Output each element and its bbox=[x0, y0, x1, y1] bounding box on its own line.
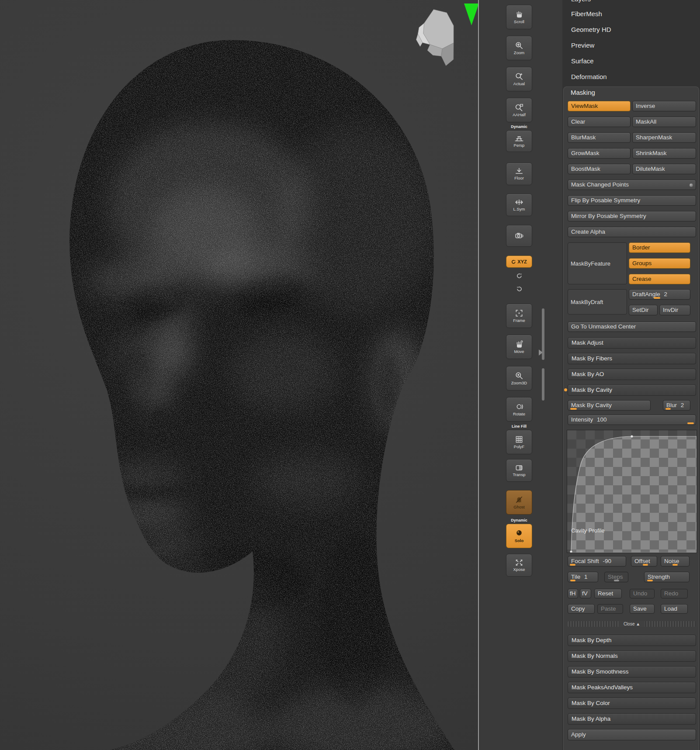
go-to-unmasked-center-button[interactable]: Go To Unmasked Center bbox=[568, 321, 696, 332]
blur-value: 2 bbox=[681, 402, 684, 408]
mask-by-depth-section[interactable]: Mask By Depth bbox=[568, 635, 696, 646]
rotate-xyz-button[interactable]: XYZ bbox=[506, 256, 532, 268]
setdir-button[interactable]: SetDir bbox=[629, 305, 658, 315]
zoom-button[interactable]: Zoom bbox=[506, 36, 532, 60]
tile-slider[interactable]: Tile 1 bbox=[568, 572, 598, 582]
cavity-profile-curve-editor[interactable]: Cavity Profile bbox=[567, 430, 697, 553]
viewmask-button[interactable]: ViewMask bbox=[568, 101, 631, 111]
ghost-label: Ghost bbox=[513, 505, 524, 509]
shrinkmask-button[interactable]: ShrinkMask bbox=[632, 148, 696, 159]
section-preview[interactable]: Preview bbox=[571, 40, 594, 51]
persp-button[interactable]: Persp bbox=[506, 130, 532, 152]
scroll-button[interactable]: Scroll bbox=[506, 5, 532, 29]
frame-corners-icon bbox=[515, 309, 523, 318]
offset-slider[interactable]: Offset bbox=[631, 556, 657, 567]
maskall-button[interactable]: MaskAll bbox=[632, 117, 696, 127]
save-curve-button[interactable]: Save bbox=[630, 604, 655, 614]
boostmask-button[interactable]: BoostMask bbox=[568, 164, 631, 174]
mask-by-color-section[interactable]: Mask By Color bbox=[568, 698, 696, 709]
invdir-button[interactable]: InvDir bbox=[659, 305, 690, 315]
mirror-posable-symmetry-button[interactable]: Mirror By Posable Symmetry bbox=[568, 211, 696, 221]
aahalf-button[interactable]: AAHalf bbox=[506, 98, 532, 122]
solo-button[interactable]: Solo bbox=[506, 524, 532, 548]
transp-button[interactable]: Transp bbox=[506, 459, 532, 482]
mask-changed-points-button[interactable]: Mask Changed Points bbox=[568, 180, 696, 190]
sharpenmask-button[interactable]: SharpenMask bbox=[632, 132, 696, 143]
slider-handle[interactable] bbox=[665, 408, 671, 410]
load-curve-button[interactable]: Load bbox=[661, 604, 688, 614]
flip-posable-symmetry-button[interactable]: Flip By Posable Symmetry bbox=[568, 195, 696, 206]
slider-handle[interactable] bbox=[672, 564, 678, 566]
mask-by-alpha-section[interactable]: Mask By Alpha bbox=[568, 713, 696, 725]
aahalf-label: AAHalf bbox=[513, 113, 526, 117]
reset-curve-button[interactable]: Reset bbox=[594, 589, 622, 598]
inverse-button[interactable]: Inverse bbox=[632, 101, 696, 111]
rotate-button[interactable]: Rotate bbox=[506, 397, 532, 422]
viewport-canvas[interactable] bbox=[0, 0, 478, 750]
feature-border-button[interactable]: Border bbox=[629, 242, 690, 253]
focal-shift-slider[interactable]: Focal Shift -90 bbox=[568, 556, 626, 567]
mask-by-fibers-section[interactable]: Mask By Fibers bbox=[568, 353, 696, 364]
lsym-button[interactable]: L.Sym bbox=[506, 194, 532, 216]
create-alpha-button[interactable]: Create Alpha bbox=[568, 227, 696, 237]
ghost-button[interactable]: Ghost bbox=[506, 490, 532, 515]
rotate-z-button[interactable] bbox=[506, 284, 532, 294]
mask-by-ao-section[interactable]: Mask By AO bbox=[568, 369, 696, 380]
mask-by-normals-section[interactable]: Mask By Normals bbox=[568, 650, 696, 662]
polyf-button[interactable]: PolyF bbox=[506, 430, 532, 454]
zoom3d-button[interactable]: Zoom3D bbox=[506, 366, 532, 391]
section-geometry-hd[interactable]: Geometry HD bbox=[571, 24, 611, 35]
section-deformation[interactable]: Deformation bbox=[571, 72, 607, 82]
rotate-z-icon bbox=[516, 286, 523, 292]
tile-value: 1 bbox=[584, 574, 588, 580]
curve-point[interactable] bbox=[631, 435, 633, 437]
section-fibermesh[interactable]: FiberMesh bbox=[571, 9, 602, 19]
slider-handle[interactable] bbox=[687, 422, 694, 424]
xpose-button[interactable]: Xpose bbox=[506, 554, 532, 577]
feature-groups-button[interactable]: Groups bbox=[629, 258, 690, 269]
section-surface[interactable]: Surface bbox=[571, 56, 594, 66]
sculpt-head-model[interactable] bbox=[0, 0, 478, 750]
rotate-y-button[interactable] bbox=[506, 271, 532, 281]
frame-button[interactable]: Frame bbox=[506, 304, 532, 328]
draft-angle-slider[interactable]: DraftAngle 2 bbox=[629, 289, 690, 300]
copy-curve-button[interactable]: Copy bbox=[568, 604, 595, 614]
intensity-slider[interactable]: Intensity 100 bbox=[568, 415, 696, 425]
slider-handle[interactable] bbox=[570, 564, 575, 566]
blur-slider[interactable]: Blur 2 bbox=[663, 400, 690, 411]
feature-crease-button[interactable]: Crease bbox=[629, 274, 690, 284]
masking-title[interactable]: Masking bbox=[571, 89, 595, 96]
mask-by-smoothness-section[interactable]: Mask By Smoothness bbox=[568, 666, 696, 677]
shelf-scrollbar-lower[interactable] bbox=[542, 368, 544, 401]
shelf-expand-arrow[interactable] bbox=[539, 349, 543, 356]
strength-slider[interactable]: Strength bbox=[644, 572, 690, 582]
slider-handle[interactable] bbox=[570, 580, 575, 581]
camera-lock-button[interactable] bbox=[506, 225, 532, 247]
slider-handle[interactable] bbox=[654, 297, 660, 299]
apply-button[interactable]: Apply bbox=[568, 729, 696, 740]
close-curve-bar[interactable]: Close ▲ bbox=[568, 621, 696, 627]
mask-by-cavity-section[interactable]: Mask By Cavity bbox=[568, 384, 696, 396]
section-layers[interactable]: Layers bbox=[571, 0, 591, 4]
dilutemask-button[interactable]: DiluteMask bbox=[632, 164, 696, 174]
clear-button[interactable]: Clear bbox=[568, 117, 631, 127]
rotate-label: Rotate bbox=[513, 412, 525, 416]
move-button[interactable]: Move bbox=[506, 335, 532, 359]
noise-slider[interactable]: Noise bbox=[661, 556, 690, 567]
slider-handle[interactable] bbox=[643, 564, 648, 566]
mask-by-cavity-button-label: Mask By Cavity bbox=[571, 402, 612, 408]
mask-peaksandvalleys-section[interactable]: Mask PeaksAndValleys bbox=[568, 682, 696, 693]
mask-by-cavity-button[interactable]: Mask By Cavity bbox=[568, 400, 651, 411]
perspective-lines-icon bbox=[514, 135, 524, 142]
mask-adjust-section[interactable]: Mask Adjust bbox=[568, 337, 696, 349]
flip-v-button[interactable]: fV bbox=[580, 589, 591, 598]
blurmask-button[interactable]: BlurMask bbox=[568, 132, 631, 143]
actual-button[interactable]: Actual bbox=[506, 67, 532, 91]
camera-orientation-gizmo[interactable] bbox=[410, 3, 462, 72]
floor-button[interactable]: Floor bbox=[506, 162, 532, 185]
slider-handle[interactable] bbox=[570, 408, 577, 410]
growmask-button[interactable]: GrowMask bbox=[568, 148, 631, 159]
flip-h-button[interactable]: fH bbox=[568, 589, 578, 598]
slider-handle[interactable] bbox=[647, 580, 653, 581]
curve-canvas[interactable] bbox=[567, 430, 697, 553]
